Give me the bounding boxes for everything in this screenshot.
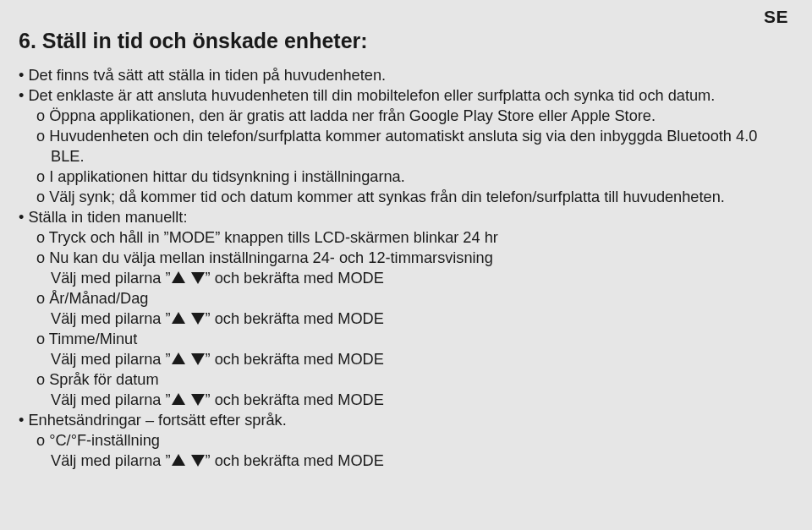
text: Välj synk; då kommer tid och datum komme…	[49, 189, 725, 205]
triangle-down-icon	[191, 353, 205, 365]
triangle-down-icon	[191, 394, 205, 406]
text: Nu kan du välja mellan inställningarna 2…	[49, 249, 493, 266]
text-pre: Välj med pilarna ”	[51, 351, 171, 368]
arrow-line: Välj med pilarna ” ” och bekräfta med MO…	[19, 349, 788, 369]
text: Öppna applikationen, den är gratis att l…	[49, 107, 656, 124]
bullet-item: Ställa in tiden manuellt:	[19, 207, 788, 227]
sub-item: Timme/Minut	[19, 329, 788, 349]
text: I applikationen hittar du tidsynkning i …	[49, 168, 405, 185]
text: År/Månad/Dag	[49, 290, 148, 307]
arrow-line: Välj med pilarna ” ” och bekräfta med MO…	[19, 309, 788, 329]
triangle-up-icon	[172, 312, 185, 324]
text: Timme/Minut	[49, 331, 137, 347]
text: Det finns två sätt att ställa in tiden p…	[28, 67, 386, 84]
text: Enhetsändringar – fortsätt efter språk.	[28, 412, 286, 429]
triangle-down-icon	[191, 313, 205, 325]
text: Språk för datum	[49, 371, 158, 388]
text-post: ” och bekräfta med MODE	[206, 391, 384, 408]
triangle-up-icon	[172, 393, 185, 405]
arrow-line: Välj med pilarna ” ” och bekräfta med MO…	[19, 390, 788, 410]
sub-item: Huvudenheten och din telefon/surfplatta …	[19, 126, 788, 167]
text-pre: Välj med pilarna ”	[51, 310, 171, 327]
triangle-down-icon	[191, 455, 205, 467]
sub-item: Språk för datum	[19, 369, 788, 390]
sub-item: Välj synk; då kommer tid och datum komme…	[19, 187, 788, 207]
arrow-line: Välj med pilarna ” ” och bekräfta med MO…	[19, 451, 788, 471]
sub-item: Tryck och håll in ”MODE” knappen tills L…	[19, 227, 788, 248]
triangle-down-icon	[191, 272, 205, 284]
section-heading: 6. Ställ in tid och önskade enheter:	[19, 29, 788, 53]
text-pre: Välj med pilarna ”	[51, 270, 171, 287]
triangle-up-icon	[172, 454, 185, 466]
bullet-item: Enhetsändringar – fortsätt efter språk.	[19, 410, 788, 430]
text: Ställa in tiden manuellt:	[28, 209, 187, 226]
text: Huvudenheten och din telefon/surfplatta …	[49, 128, 757, 165]
text-post: ” och bekräfta med MODE	[206, 270, 384, 287]
content-body: Det finns två sätt att ställa in tiden p…	[19, 65, 788, 471]
triangle-up-icon	[172, 271, 185, 283]
text: °C/°F-inställning	[49, 432, 160, 449]
sub-item: °C/°F-inställning	[19, 430, 788, 451]
sub-item: I applikationen hittar du tidsynkning i …	[19, 167, 788, 187]
text: Det enklaste är att ansluta huvudenheten…	[28, 87, 715, 104]
sub-item: Öppna applikationen, den är gratis att l…	[19, 106, 788, 126]
sub-item: Nu kan du välja mellan inställningarna 2…	[19, 248, 788, 268]
text: Tryck och håll in ”MODE” knappen tills L…	[49, 229, 498, 246]
text-pre: Välj med pilarna ”	[51, 391, 171, 408]
triangle-up-icon	[172, 352, 185, 364]
text-post: ” och bekräfta med MODE	[206, 310, 384, 327]
text-post: ” och bekräfta med MODE	[206, 452, 384, 469]
text-pre: Välj med pilarna ”	[51, 452, 171, 469]
bullet-item: Det enklaste är att ansluta huvudenheten…	[19, 85, 788, 106]
sub-item: År/Månad/Dag	[19, 288, 788, 309]
text-post: ” och bekräfta med MODE	[206, 351, 384, 368]
language-tag: SE	[764, 7, 788, 27]
arrow-line: Välj med pilarna ” ” och bekräfta med MO…	[19, 268, 788, 288]
bullet-item: Det finns två sätt att ställa in tiden p…	[19, 65, 788, 85]
